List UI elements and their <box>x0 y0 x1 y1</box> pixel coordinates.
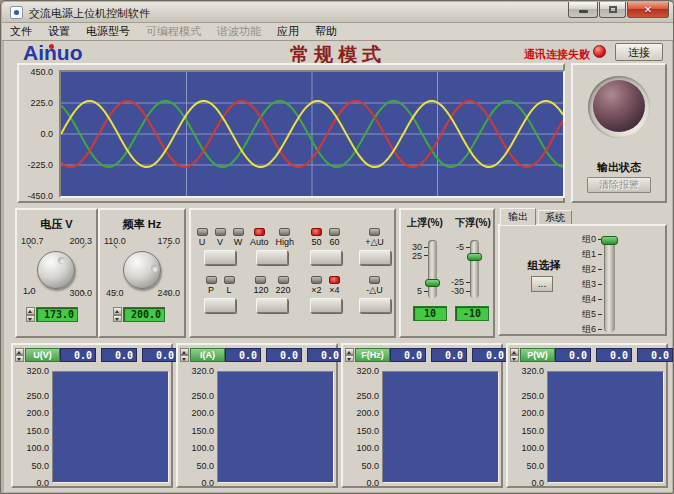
close-button[interactable]: ✕ <box>627 2 669 18</box>
voltage-spinner[interactable] <box>26 307 35 322</box>
main-axis-tick: 450.0 <box>30 67 53 77</box>
control-button[interactable] <box>204 250 236 265</box>
meter-axis-tick: 50.0 <box>180 461 214 471</box>
group-tick-dash <box>598 299 602 300</box>
meter-value-display: 0.0 <box>431 348 467 362</box>
spinner-up-icon[interactable] <box>510 348 519 355</box>
float-value-display[interactable]: 10 <box>413 306 447 321</box>
meter-axis-tick: 50.0 <box>510 461 544 471</box>
group-tick-dash <box>598 254 602 255</box>
slider-track[interactable] <box>428 240 437 298</box>
group-tick: 组5 <box>554 308 602 321</box>
meter-axis-tick: 320.0 <box>345 366 379 376</box>
voltage-value-display[interactable]: 173.0 <box>36 307 78 322</box>
led-item: P <box>206 276 217 295</box>
slider-tick-label: -30 <box>451 286 464 296</box>
group-slider-track[interactable] <box>604 236 615 332</box>
spinner-up-icon[interactable] <box>345 348 354 355</box>
control-label: ×4 <box>329 285 339 295</box>
control-button[interactable] <box>359 298 391 313</box>
group-label: 组1 <box>582 248 596 261</box>
spinner-down-icon[interactable] <box>180 355 189 362</box>
maximize-button[interactable] <box>599 2 626 18</box>
float-value-display[interactable]: -10 <box>455 306 489 321</box>
control-button[interactable] <box>359 250 391 265</box>
group-label: 组5 <box>582 308 596 321</box>
group-label: 组0 <box>582 233 596 246</box>
meter-plot <box>547 371 664 483</box>
voltage-knob[interactable] <box>37 251 75 289</box>
meter-axis-tick: 50.0 <box>15 461 49 471</box>
meter-axis-tick: 200.0 <box>345 408 379 418</box>
meter-spinner[interactable] <box>180 348 189 362</box>
slider-tick: 25 <box>401 251 428 261</box>
led-item: High <box>276 228 295 247</box>
voltage-scale-br: 300.0 <box>69 288 92 298</box>
meter-axis-tick: 0.0 <box>180 478 214 488</box>
group-tick: 组2 <box>554 263 602 276</box>
main-axis-tick: 0.0 <box>40 129 53 139</box>
spinner-down-icon[interactable] <box>510 355 519 362</box>
frequency-value-display[interactable]: 200.0 <box>123 307 165 322</box>
control-button[interactable] <box>310 298 342 313</box>
meter-axis-tick: 150.0 <box>510 426 544 436</box>
group-tick-dash <box>598 269 602 270</box>
menu-item[interactable]: 帮助 <box>307 23 345 40</box>
meter-axis-tick: 100.0 <box>180 443 214 453</box>
slider-handle[interactable] <box>467 253 482 261</box>
group-tick: 组1 <box>554 248 602 261</box>
meter-panel-meter-frequency: F(Hz)0.00.00.0320.0250.0200.0150.0100.05… <box>341 343 503 488</box>
float-slider-label: 下浮(%) <box>451 216 495 230</box>
group-tick: 组6 <box>554 323 602 336</box>
control-group: 120220 <box>246 276 298 313</box>
meter-label: F(Hz) <box>355 348 390 362</box>
frequency-panel: 频率 Hz 110.0 175.0 45.0 240.0 200.0 <box>98 208 186 338</box>
meter-axis-tick: 200.0 <box>180 408 214 418</box>
slider-tick: 5 <box>401 286 428 296</box>
connect-button[interactable]: 连接 <box>615 43 663 61</box>
menu-item[interactable]: 文件 <box>2 23 40 40</box>
tab-output[interactable]: 输出 <box>500 208 536 225</box>
tab-system[interactable]: 系统 <box>538 210 572 225</box>
meter-spinner[interactable] <box>15 348 24 362</box>
spinner-down-icon[interactable] <box>345 355 354 362</box>
frequency-knob[interactable] <box>123 251 161 289</box>
minimize-button[interactable] <box>568 2 598 18</box>
control-label: High <box>276 237 295 247</box>
control-button[interactable] <box>310 250 342 265</box>
meter-value-display: 0.0 <box>101 348 137 362</box>
group-slider-handle[interactable] <box>601 236 618 245</box>
clear-alarm-button[interactable]: 清除报警 <box>587 177 651 193</box>
control-button[interactable] <box>256 250 288 265</box>
title-bar[interactable]: 交流电源上位机控制软件 ✕ <box>2 2 674 23</box>
control-button[interactable] <box>256 298 288 313</box>
main-axis-tick: -450.0 <box>27 191 53 201</box>
frequency-spinner[interactable] <box>113 307 122 322</box>
menu-item[interactable]: 应用 <box>269 23 307 40</box>
voltage-panel: 电压 V 100.7 200.3 1.0 300.0 173.0 <box>15 208 98 338</box>
meter-axis-tick: 250.0 <box>15 391 49 401</box>
slider-tick-label: -5 <box>456 242 464 252</box>
menu-item[interactable]: 电源型号 <box>78 23 138 40</box>
group-tick-dash <box>598 314 602 315</box>
meter-axis-tick: 250.0 <box>345 391 379 401</box>
output-status-sphere-icon[interactable] <box>593 80 645 132</box>
meter-spinner[interactable] <box>345 348 354 362</box>
control-button[interactable] <box>204 298 236 313</box>
slider-handle[interactable] <box>425 279 440 287</box>
spinner-up-icon[interactable] <box>180 348 189 355</box>
spinner-up-icon[interactable] <box>15 348 24 355</box>
group-select-button[interactable]: ... <box>531 276 553 292</box>
led-row: UVW <box>197 228 244 247</box>
menu-item[interactable]: 设置 <box>40 23 78 40</box>
meter-value-display: 0.0 <box>266 348 302 362</box>
slider-track[interactable] <box>470 240 479 298</box>
group-tick: 组4 <box>554 293 602 306</box>
control-label: ×2 <box>311 285 321 295</box>
meter-value-display: 0.0 <box>307 348 343 362</box>
led-indicator-off <box>311 276 322 284</box>
led-indicator-off <box>329 228 340 236</box>
spinner-down-icon[interactable] <box>15 355 24 362</box>
meter-spinner[interactable] <box>510 348 519 362</box>
float-slider-label: 上浮(%) <box>403 216 447 230</box>
